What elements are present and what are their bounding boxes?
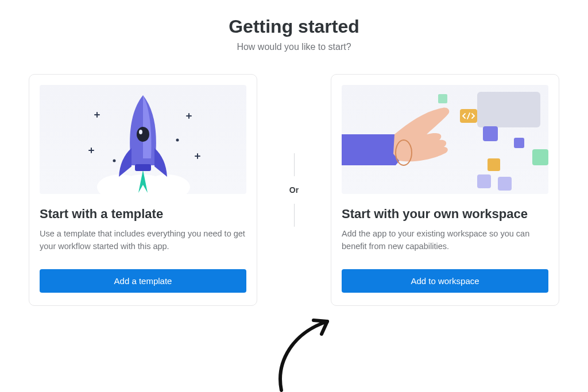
or-divider: Or [289,153,299,227]
svg-rect-8 [477,92,540,127]
svg-point-6 [139,130,142,134]
page-subtitle: How would you like to start? [29,42,559,52]
svg-rect-15 [498,177,512,191]
add-to-workspace-button[interactable]: Add to workspace [342,269,548,293]
svg-point-1 [177,139,179,141]
svg-rect-7 [135,164,151,171]
divider-line [294,204,295,227]
page-heading: Getting started How would you like to st… [29,16,559,52]
svg-rect-14 [477,174,491,188]
svg-rect-13 [488,158,500,171]
add-template-button[interactable]: Add a template [40,269,246,293]
divider-label: Or [289,185,299,195]
card-start-with-workspace: Start with your own workspace Add the ap… [331,74,559,306]
illustration-rocket [40,85,246,194]
card-description: Add the app to your existing workspace s… [342,227,548,253]
card-title: Start with your own workspace [342,207,548,222]
svg-rect-11 [514,138,524,148]
svg-point-5 [137,127,149,142]
card-start-with-template: Start with a template Use a template tha… [29,74,257,306]
svg-rect-9 [438,94,447,103]
svg-point-0 [114,160,115,162]
divider-line [294,153,295,176]
svg-rect-12 [532,149,548,165]
illustration-hand-blocks [342,85,548,194]
card-title: Start with a template [40,207,246,222]
svg-rect-10 [483,126,498,141]
card-description: Use a template that includes everything … [40,227,246,253]
page-title: Getting started [29,16,559,37]
annotation-arrow-icon [258,310,362,392]
